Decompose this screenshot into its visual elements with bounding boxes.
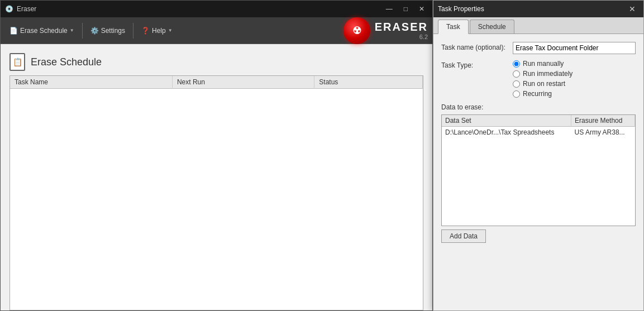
maximize-button[interactable]: □ bbox=[400, 4, 411, 13]
page-title: Erase Schedule bbox=[31, 56, 102, 68]
radio-run-on-restart-input[interactable] bbox=[513, 80, 520, 88]
radio-run-manually-input[interactable] bbox=[513, 60, 520, 68]
radio-run-immediately-label: Run immediately bbox=[523, 70, 573, 78]
radio-run-immediately: Run immediately bbox=[513, 70, 573, 78]
method-cell: US Army AR38... bbox=[571, 127, 635, 138]
chevron-down-icon-2: ▼ bbox=[168, 28, 173, 33]
dialog-body: Task name (optional): Task Type: Run man… bbox=[433, 34, 643, 310]
brand-version: 6.2 bbox=[375, 34, 428, 40]
settings-label: Settings bbox=[101, 27, 125, 35]
page-icon: 📋 bbox=[9, 53, 25, 71]
dataset-cell: D:\Lance\OneDr...\Tax Spreadsheets bbox=[442, 127, 571, 138]
brand-name: ERASER bbox=[375, 21, 428, 34]
chevron-down-icon: ▼ bbox=[70, 28, 74, 33]
eraser-logo-circle: ☢ bbox=[344, 17, 370, 44]
dialog-close-button[interactable]: ✕ bbox=[626, 3, 639, 15]
dialog-title: Task Properties bbox=[438, 5, 484, 13]
eraser-app-icon: 💿 bbox=[5, 5, 13, 13]
schedule-icon: 📄 bbox=[9, 27, 18, 35]
eraser-window: 💿 Eraser — □ ✕ 📄 Erase Schedule ▼ ⚙️ Set… bbox=[0, 0, 433, 311]
radio-recurring-label: Recurring bbox=[523, 90, 552, 98]
minimize-button[interactable]: — bbox=[383, 4, 396, 13]
tab-task[interactable]: Task bbox=[438, 20, 469, 34]
logo-symbol: ☢ bbox=[352, 25, 361, 37]
document-icon: 📋 bbox=[13, 58, 22, 66]
eraser-brand: ERASER 6.2 bbox=[375, 21, 428, 40]
help-icon: ❓ bbox=[141, 27, 150, 35]
table-row[interactable]: D:\Lance\OneDr...\Tax Spreadsheets US Ar… bbox=[442, 127, 635, 138]
dialog-tabs: Task Schedule bbox=[433, 17, 643, 34]
radio-recurring-input[interactable] bbox=[513, 90, 520, 98]
task-name-row: Task name (optional): bbox=[441, 42, 636, 54]
radio-run-manually-label: Run manually bbox=[523, 60, 564, 68]
eraser-title-controls: — □ ✕ bbox=[383, 4, 428, 13]
eraser-toolbar: 📄 Erase Schedule ▼ ⚙️ Settings ❓ Help ▼ … bbox=[1, 17, 432, 44]
task-dialog: Task Properties ✕ Task Schedule Task nam… bbox=[433, 0, 644, 311]
eraser-content: 📋 Erase Schedule Task Name Next Run Stat… bbox=[1, 44, 432, 310]
col-task-name: Task Name bbox=[10, 76, 172, 89]
radio-run-manually: Run manually bbox=[513, 60, 573, 68]
settings-icon: ⚙️ bbox=[90, 27, 99, 35]
col-status: Status bbox=[314, 76, 423, 89]
radio-run-on-restart: Run on restart bbox=[513, 80, 573, 88]
data-col-method: Erasure Method bbox=[571, 115, 635, 127]
task-type-label: Task Type: bbox=[441, 60, 508, 69]
task-name-input[interactable] bbox=[513, 42, 636, 54]
data-to-erase-label: Data to erase: bbox=[441, 103, 636, 111]
eraser-titlebar: 💿 Eraser — □ ✕ bbox=[1, 1, 432, 17]
add-data-button[interactable]: Add Data bbox=[441, 229, 486, 243]
tab-schedule[interactable]: Schedule bbox=[470, 20, 514, 34]
toolbar-divider-2 bbox=[133, 23, 133, 39]
close-window-button[interactable]: ✕ bbox=[416, 4, 428, 13]
help-label: Help bbox=[152, 27, 166, 35]
eraser-window-title: Eraser bbox=[17, 5, 36, 13]
schedule-table: Task Name Next Run Status bbox=[10, 76, 423, 89]
erase-schedule-button[interactable]: 📄 Erase Schedule ▼ bbox=[5, 25, 79, 37]
content-header: 📋 Erase Schedule bbox=[1, 44, 432, 75]
col-next-run: Next Run bbox=[172, 76, 314, 89]
radio-run-immediately-input[interactable] bbox=[513, 70, 520, 78]
data-table: Data Set Erasure Method D:\Lance\OneDr..… bbox=[442, 115, 635, 138]
radio-run-on-restart-label: Run on restart bbox=[523, 80, 565, 88]
eraser-logo: ☢ ERASER 6.2 bbox=[344, 17, 428, 44]
task-type-radio-group: Run manually Run immediately Run on rest… bbox=[513, 60, 573, 98]
help-button[interactable]: ❓ Help ▼ bbox=[137, 25, 177, 37]
settings-button[interactable]: ⚙️ Settings bbox=[86, 25, 130, 37]
toolbar-divider-1 bbox=[82, 23, 83, 39]
task-name-label: Task name (optional): bbox=[441, 42, 508, 51]
data-erase-section: Data to erase: Data Set Erasure Method D… bbox=[441, 103, 636, 243]
data-col-dataset: Data Set bbox=[442, 115, 571, 127]
erase-schedule-label: Erase Schedule bbox=[20, 27, 68, 35]
toolbar-left: 📄 Erase Schedule ▼ ⚙️ Settings ❓ Help ▼ bbox=[5, 23, 177, 39]
radio-recurring: Recurring bbox=[513, 90, 573, 98]
eraser-title-left: 💿 Eraser bbox=[5, 5, 36, 13]
data-table-wrapper: Data Set Erasure Method D:\Lance\OneDr..… bbox=[441, 114, 636, 226]
schedule-table-wrapper: Task Name Next Run Status bbox=[9, 75, 423, 310]
task-type-row: Task Type: Run manually Run immediately … bbox=[441, 60, 636, 98]
dialog-titlebar: Task Properties ✕ bbox=[433, 1, 643, 17]
